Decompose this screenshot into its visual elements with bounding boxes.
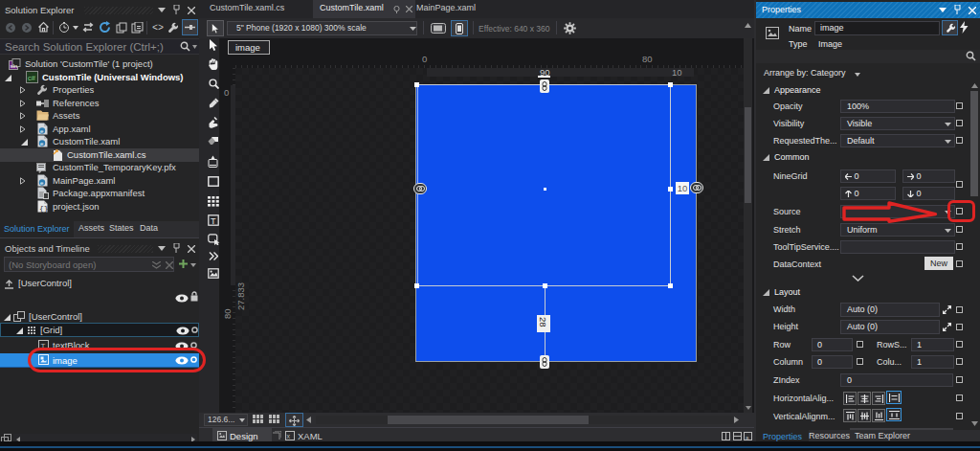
svg-text:x: x <box>287 433 291 440</box>
svg-text:sln: sln <box>11 63 18 69</box>
svg-text:a: a <box>746 435 749 440</box>
svg-text:c#: c# <box>28 73 36 81</box>
svg-text:{}: {} <box>39 204 48 213</box>
svg-text:T: T <box>211 216 216 226</box>
